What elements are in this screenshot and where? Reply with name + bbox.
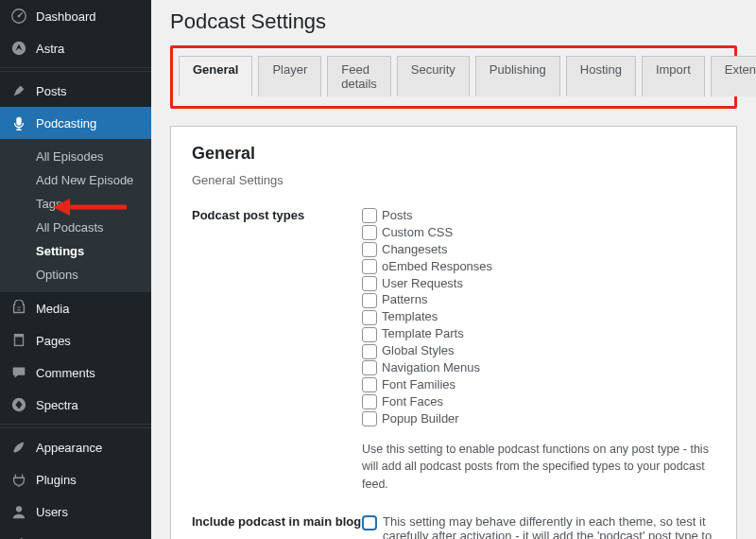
checkbox-item[interactable]: Font Faces (362, 394, 715, 410)
checkbox-label: Navigation Menus (382, 360, 480, 376)
checkbox-label: Template Parts (382, 326, 464, 342)
tab-publishing[interactable]: Publishing (475, 56, 560, 96)
checkbox-item[interactable]: Custom CSS (362, 225, 715, 241)
submenu: All EpisodesAdd New EpisodeTagsAll Podca… (0, 139, 151, 292)
menu-label: Appearance (36, 441, 102, 455)
tab-security[interactable]: Security (397, 56, 470, 96)
checkbox-label: Global Styles (382, 343, 455, 359)
checkbox-icon[interactable] (362, 310, 377, 325)
menu-label: Spectra (36, 398, 78, 412)
checkbox-label: Custom CSS (382, 225, 453, 241)
astra-icon (9, 39, 28, 58)
checkbox-icon[interactable] (362, 394, 377, 409)
media-icon (9, 299, 28, 318)
menu-separator (0, 424, 151, 428)
field-label: Podcast post types (192, 208, 362, 222)
menu-item-pages[interactable]: Pages (0, 324, 151, 356)
menu-item-tools[interactable]: Tools (0, 528, 151, 539)
checkbox-label: Patterns (382, 292, 427, 308)
checkbox-item[interactable]: Changesets (362, 242, 715, 258)
checkbox-label: Changesets (382, 242, 447, 258)
checkbox-label: oEmbed Responses (382, 259, 492, 275)
menu-label: Plugins (36, 473, 77, 487)
checkbox-item[interactable]: Navigation Menus (362, 360, 715, 376)
checkbox-label: User Requests (382, 276, 463, 292)
menu-item-spectra[interactable]: Spectra (0, 389, 151, 421)
menu-label: Media (36, 302, 69, 316)
spectra-icon (9, 395, 28, 414)
checkbox-item[interactable]: Templates (362, 309, 715, 325)
checkbox-item[interactable]: Template Parts (362, 326, 715, 342)
checkbox-item[interactable]: Font Families (362, 377, 715, 393)
checkbox-label: Font Faces (382, 394, 443, 410)
menu-label: Users (36, 505, 68, 519)
checkbox-icon[interactable] (362, 360, 377, 375)
user-icon (9, 502, 28, 521)
submenu-item-settings[interactable]: Settings (0, 239, 151, 263)
menu-item-posts[interactable]: Posts (0, 75, 151, 107)
menu-separator (0, 67, 151, 72)
menu-item-astra[interactable]: Astra (0, 32, 151, 64)
admin-sidebar: DashboardAstraPostsPodcastingAll Episode… (0, 0, 151, 539)
submenu-item-tags[interactable]: Tags (0, 192, 151, 216)
tab-hosting[interactable]: Hosting (566, 56, 636, 96)
menu-item-dashboard[interactable]: Dashboard (0, 0, 151, 32)
checkbox-icon[interactable] (362, 225, 377, 240)
checkbox-item[interactable]: oEmbed Responses (362, 259, 715, 275)
menu-label: Astra (36, 42, 64, 56)
checkbox-icon[interactable] (362, 293, 377, 308)
checkbox-item[interactable]: Posts (362, 208, 715, 224)
checkbox-item[interactable]: Popup Builder (362, 411, 715, 427)
page-title: Podcast Settings (170, 9, 737, 34)
menu-label: Podcasting (36, 116, 96, 130)
checkbox-description: This setting may behave differently in e… (383, 514, 715, 539)
menu-label: Dashboard (36, 9, 96, 24)
main-content: Podcast Settings GeneralPlayerFeed detai… (151, 0, 756, 539)
checkbox-icon[interactable] (362, 327, 377, 342)
inline-checkbox[interactable]: This setting may behave differently in e… (362, 514, 715, 539)
settings-panel: General General Settings Podcast post ty… (170, 126, 737, 539)
checkbox-item[interactable]: User Requests (362, 276, 715, 292)
plugin-icon (9, 470, 28, 489)
submenu-item-add-new-episode[interactable]: Add New Episode (0, 168, 151, 192)
brush-icon (9, 438, 28, 457)
checkbox-list: PostsCustom CSSChangesetsoEmbed Response… (362, 208, 715, 427)
tab-player[interactable]: Player (258, 56, 321, 96)
mic-icon (9, 113, 28, 132)
menu-item-comments[interactable]: Comments (0, 356, 151, 389)
form-row: Include podcast in main blogThis setting… (192, 514, 715, 539)
menu-item-appearance[interactable]: Appearance (0, 431, 151, 463)
checkbox-icon[interactable] (362, 276, 377, 291)
checkbox-item[interactable]: Patterns (362, 292, 715, 308)
panel-heading: General (192, 144, 715, 164)
form-row: Podcast post typesPostsCustom CSSChanges… (192, 208, 715, 494)
menu-label: Pages (36, 334, 71, 348)
menu-label: Posts (36, 84, 67, 98)
menu-label: Comments (36, 366, 95, 380)
submenu-item-options[interactable]: Options (0, 263, 151, 287)
tab-feed-details[interactable]: Feed details (327, 56, 391, 96)
menu-item-podcasting[interactable]: Podcasting (0, 107, 151, 139)
menu-item-plugins[interactable]: Plugins (0, 463, 151, 496)
submenu-item-all-episodes[interactable]: All Episodes (0, 145, 151, 168)
submenu-item-all-podcasts[interactable]: All Podcasts (0, 216, 151, 239)
checkbox-icon[interactable] (362, 411, 377, 426)
checkbox-icon[interactable] (362, 208, 377, 223)
menu-item-users[interactable]: Users (0, 496, 151, 528)
pin-icon (9, 81, 28, 100)
menu-item-media[interactable]: Media (0, 292, 151, 324)
tab-extensions[interactable]: Extensions (711, 56, 756, 96)
checkbox-label: Font Families (382, 377, 455, 393)
field-label: Include podcast in main blog (192, 514, 362, 529)
tab-general[interactable]: General (179, 56, 252, 96)
checkbox-item[interactable]: Global Styles (362, 343, 715, 359)
checkbox-icon[interactable] (362, 377, 377, 392)
checkbox-icon[interactable] (362, 344, 377, 359)
checkbox-icon[interactable] (362, 515, 377, 530)
checkbox-label: Posts (382, 208, 413, 224)
checkbox-icon[interactable] (362, 259, 377, 274)
checkbox-icon[interactable] (362, 242, 377, 257)
tab-import[interactable]: Import (642, 56, 705, 96)
panel-subheading: General Settings (192, 173, 715, 187)
tabs-container: GeneralPlayerFeed detailsSecurityPublish… (170, 45, 737, 109)
